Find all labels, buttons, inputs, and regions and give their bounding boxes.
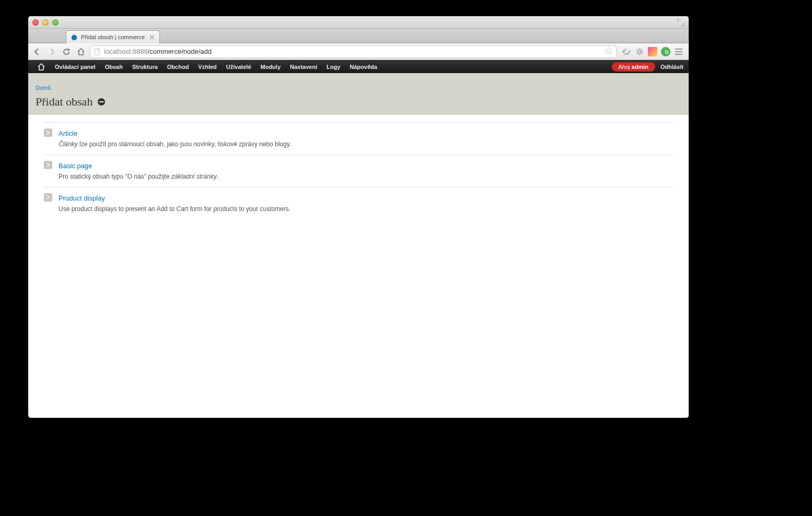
adblock-icon[interactable] [661, 47, 670, 56]
url-toolbar: localhost:8888/commerce/node/add [28, 43, 689, 60]
page-title: Přidat obsah [36, 95, 92, 109]
chevron-right-icon [44, 193, 52, 202]
node-type-product-display-desc: Use product displays to present an Add t… [59, 205, 673, 214]
content-region: Article Články lze použít pro stárnoucí … [28, 115, 689, 226]
minimize-window-button[interactable] [42, 19, 49, 26]
window-titlebar [28, 16, 689, 29]
menu-reports[interactable]: Logy [322, 60, 345, 73]
drupal-favicon [71, 33, 78, 41]
extension-color-icon[interactable] [648, 47, 657, 56]
menu-store[interactable]: Obchod [163, 60, 194, 73]
menu-structure[interactable]: Struktura [127, 60, 163, 73]
logout-link[interactable]: Odhlásit [660, 64, 683, 70]
admin-toolbar: Ovládací panel Obsah Struktura Obchod Vz… [28, 60, 689, 73]
tab-close-button[interactable] [149, 34, 155, 40]
hello-username: admin [632, 64, 648, 70]
menu-help[interactable]: Nápověda [345, 60, 382, 73]
settings-gear-icon[interactable] [635, 47, 644, 56]
node-type-article-link[interactable]: Article [59, 130, 77, 137]
url-path: /commerce/node/add [148, 48, 212, 55]
menu-people[interactable]: Uživatelé [222, 60, 256, 73]
page-viewport: Ovládací panel Obsah Struktura Obchod Vz… [28, 60, 689, 418]
url-port: :8888 [131, 48, 148, 55]
chevron-right-icon [44, 128, 52, 137]
url-host: localhost [104, 48, 131, 55]
browser-window: Přidat obsah | commerce [28, 16, 689, 418]
node-type-basic-page-desc: Pro statický obsah typu "O nás" použijte… [59, 172, 673, 181]
close-window-button[interactable] [32, 19, 39, 26]
menu-configuration[interactable]: Nastavení [285, 60, 322, 73]
svg-point-2 [638, 50, 641, 53]
node-type-row: Basic page Pro statický obsah typu "O ná… [44, 155, 673, 187]
hello-prefix: Ahoj [619, 64, 632, 70]
menu-dashboard[interactable]: Ovládací panel [50, 60, 100, 73]
tab-title: Přidat obsah | commerce [81, 34, 145, 40]
menu-modules[interactable]: Moduly [256, 60, 286, 73]
node-type-product-display-link[interactable]: Product display [59, 194, 105, 202]
recycle-icon[interactable] [622, 47, 631, 56]
toolbar-home-icon[interactable] [32, 63, 50, 71]
back-button[interactable] [31, 46, 43, 57]
node-type-row: Product display Use product displays to … [44, 187, 673, 219]
home-button[interactable] [75, 46, 87, 57]
address-bar[interactable]: localhost:8888/commerce/node/add [90, 45, 617, 58]
forward-button[interactable] [46, 46, 57, 57]
bookmark-star-icon[interactable] [605, 46, 613, 56]
menu-appearance[interactable]: Vzhled [193, 60, 221, 73]
svg-rect-1 [95, 49, 99, 55]
node-type-row: Article Články lze použít pro stárnoucí … [44, 122, 673, 155]
fullscreen-icon[interactable] [677, 19, 685, 26]
browser-tab-active[interactable]: Přidat obsah | commerce [66, 30, 160, 43]
node-type-basic-page-link[interactable]: Basic page [59, 162, 92, 170]
hamburger-menu-icon[interactable] [674, 47, 683, 56]
tab-strip: Přidat obsah | commerce [28, 29, 689, 43]
shortcut-toggle-icon[interactable] [98, 98, 105, 105]
menu-content[interactable]: Obsah [100, 60, 127, 73]
node-type-article-desc: Články lze použít pro stárnoucí obsah, j… [59, 140, 673, 149]
reload-button[interactable] [61, 46, 72, 57]
breadcrumb-home[interactable]: Domů [36, 85, 51, 91]
page-header: Domů Přidat obsah [28, 73, 689, 115]
user-greeting-pill[interactable]: Ahoj admin [612, 62, 655, 72]
page-icon [94, 48, 101, 55]
chevron-right-icon [44, 161, 52, 169]
zoom-window-button[interactable] [52, 19, 59, 26]
